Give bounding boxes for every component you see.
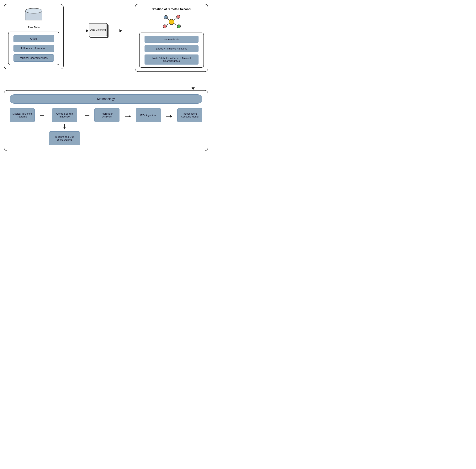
down-line-genre — [64, 124, 65, 128]
svg-point-8 — [177, 25, 181, 28]
network-title: Creation of Directed Network — [152, 7, 191, 11]
raw-data-outer: Raw Data Artists Influence Information M… — [4, 4, 64, 69]
page-front: Data Cleaning — [89, 23, 107, 36]
diagram: Raw Data Artists Influence Information M… — [4, 4, 208, 151]
data-cleaning-section: Data Cleaning — [76, 23, 122, 38]
influence-info-tag: Influence Information — [14, 45, 54, 52]
svg-point-4 — [169, 19, 174, 25]
svg-point-7 — [163, 25, 167, 28]
top-section: Raw Data Artists Influence Information M… — [4, 4, 208, 72]
arrow-head-4 — [170, 115, 172, 117]
arrow-head-left — [86, 29, 89, 32]
dc-row: Data Cleaning — [76, 23, 122, 38]
arrow-1 — [40, 115, 44, 115]
arrow-3 — [125, 115, 131, 117]
inout-genre-box: In-genre and Out-genre weights — [49, 131, 80, 145]
musical-influence-col: Musical Influence Patterns — [10, 108, 35, 122]
vert-arrow-wrap — [4, 80, 208, 90]
musical-influence-box: Musical Influence Patterns — [10, 108, 35, 122]
vert-arrow — [191, 80, 195, 90]
cylinder-top — [25, 8, 42, 14]
network-graph-icon — [160, 13, 183, 31]
arrow-head-right — [119, 29, 122, 32]
node-artists-tag: Node = Artists — [145, 36, 199, 43]
methodology-header: Methodology — [10, 94, 202, 104]
genre-specific-box: Genre Specific Influence — [52, 108, 77, 122]
method-area: Musical Influence Patterns Genre Specifi… — [10, 108, 202, 145]
svg-point-5 — [164, 16, 168, 19]
arrow-head-down-genre — [63, 128, 66, 129]
svg-point-6 — [176, 15, 180, 18]
regression-box: Regression Analysis — [94, 108, 119, 122]
arrow-2 — [85, 115, 89, 115]
genre-specific-col: Genre Specific Influence In-genre and Ou… — [49, 108, 80, 145]
vert-line — [193, 80, 193, 87]
network-outer: Creation of Directed Network — [135, 4, 208, 72]
raw-data-inner: Artists Influence Information Musical Ch… — [8, 32, 59, 65]
arrow-4 — [166, 115, 172, 117]
methodology-outer: Methodology Musical Influence Patterns G… — [4, 90, 208, 151]
h-line-3 — [125, 116, 129, 116]
arrow-head-down — [191, 87, 195, 90]
database-icon — [25, 8, 42, 22]
arrow-head-3 — [129, 115, 131, 117]
irdi-box: IRDI Algorithm — [136, 108, 161, 122]
data-cleaning-label: Data Cleaning — [90, 28, 106, 31]
node-attributes-tag: Node Attributes = Genre + Musical Charac… — [145, 54, 199, 65]
arrow-line-right — [110, 31, 119, 31]
cascade-col: Independent Cascade Model — [177, 108, 202, 122]
edges-influence-tag: Edges = Influence Relations — [145, 45, 199, 52]
musical-char-tag: Musical Characteristics — [14, 54, 54, 62]
h-line-1 — [40, 115, 44, 115]
network-inner: Node = Artists Edges = Influence Relatio… — [139, 32, 204, 68]
pages-stack-icon: Data Cleaning — [89, 23, 110, 38]
irdi-col: IRDI Algorithm — [136, 108, 161, 122]
down-arrow-genre — [63, 124, 66, 129]
cascade-box: Independent Cascade Model — [177, 108, 202, 122]
artists-tag: Artists — [14, 35, 54, 42]
h-line-4 — [166, 116, 170, 116]
raw-data-label: Raw Data — [28, 26, 39, 29]
regression-col: Regression Analysis — [94, 108, 119, 122]
arrow-line-left — [76, 31, 86, 31]
h-line-2 — [85, 115, 89, 115]
